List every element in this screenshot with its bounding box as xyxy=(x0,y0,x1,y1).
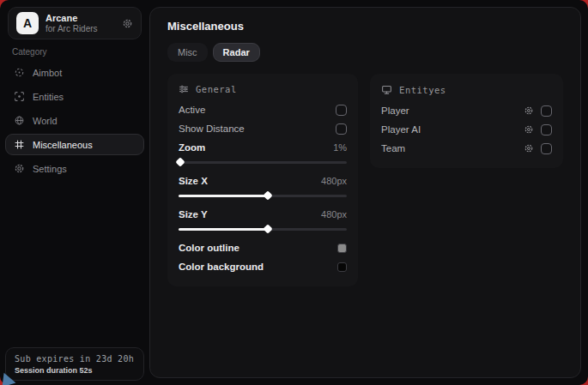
globe-icon xyxy=(14,115,25,126)
color-outline-row: Color outline xyxy=(179,238,347,257)
sliders-icon xyxy=(179,84,189,94)
sidebar-item-label: Aimbot xyxy=(33,68,62,78)
zoom-slider[interactable] xyxy=(179,161,347,164)
gear-icon[interactable] xyxy=(524,105,534,116)
sidebar-item-miscellaneous[interactable]: Miscellaneous xyxy=(5,134,144,155)
sidebar-nav: Aimbot Entities World Miscellaneous xyxy=(5,62,144,179)
entities-card-title: Entityes xyxy=(399,85,446,95)
main-panel: Miscellaneous Misc Radar General Active xyxy=(149,7,581,378)
color-background-swatch[interactable] xyxy=(337,262,347,272)
subscription-card: Sub expires in 23d 20h Session duration … xyxy=(5,347,144,381)
sidebar-item-label: World xyxy=(33,116,58,126)
player-label: Player xyxy=(381,105,409,116)
sub-expires-text: Sub expires in 23d 20h xyxy=(15,354,135,364)
app-title: Arcane xyxy=(45,13,115,24)
active-row: Active xyxy=(179,100,347,119)
active-checkbox[interactable] xyxy=(336,105,347,116)
zoom-row: Zoom 1% xyxy=(179,138,347,157)
size-y-value: 480px xyxy=(321,209,347,220)
color-outline-label: Color outline xyxy=(179,243,239,253)
sidebar-item-entities[interactable]: Entities xyxy=(5,86,144,107)
zoom-label: Zoom xyxy=(179,142,205,153)
entities-card: Entityes Player Player AI xyxy=(370,74,563,168)
sidebar-item-settings[interactable]: Settings xyxy=(5,158,144,179)
size-y-slider[interactable] xyxy=(179,228,347,231)
crosshair-icon xyxy=(14,67,25,78)
logo-card: A Arcane for Arc Riders xyxy=(8,7,142,39)
zoom-slider-handle[interactable] xyxy=(175,157,185,166)
sidebar-item-world[interactable]: World xyxy=(5,110,144,131)
player-ai-checkbox[interactable] xyxy=(541,124,552,135)
color-background-label: Color background xyxy=(179,262,264,272)
color-outline-swatch[interactable] xyxy=(337,244,347,253)
size-y-label: Size Y xyxy=(179,209,208,220)
scan-eye-icon xyxy=(14,91,25,102)
size-x-value: 480px xyxy=(321,176,347,186)
size-x-slider[interactable] xyxy=(179,195,347,197)
sidebar-item-aimbot[interactable]: Aimbot xyxy=(5,62,144,83)
tab-bar: Misc Radar xyxy=(167,43,563,62)
zoom-value: 1% xyxy=(333,142,347,153)
size-x-label: Size X xyxy=(179,176,208,186)
gear-icon xyxy=(14,163,25,174)
app-subtitle: for Arc Riders xyxy=(45,24,115,34)
player-ai-row: Player AI xyxy=(381,120,552,139)
sidebar-item-label: Miscellaneous xyxy=(33,140,93,150)
grid-icon xyxy=(14,139,25,150)
page-title: Miscellaneous xyxy=(167,20,563,33)
session-duration-text: Session duration 52s xyxy=(15,366,135,375)
player-ai-label: Player AI xyxy=(381,124,421,135)
show-distance-row: Show Distance xyxy=(179,119,347,138)
app-window: A Arcane for Arc Riders Category Aimbot xyxy=(0,0,588,385)
team-label: Team xyxy=(381,143,405,153)
team-row: Team xyxy=(381,139,552,158)
size-x-slider-handle[interactable] xyxy=(263,190,272,200)
player-checkbox[interactable] xyxy=(541,105,552,117)
size-y-row: Size Y 480px xyxy=(179,205,347,224)
gear-icon[interactable] xyxy=(122,18,133,29)
show-distance-checkbox[interactable] xyxy=(336,123,347,135)
size-x-row: Size X 480px xyxy=(179,171,347,190)
general-card: General Active Show Distance Zoom 1% xyxy=(167,74,358,286)
gear-icon[interactable] xyxy=(524,143,534,153)
sidebar: A Arcane for Arc Riders Category Aimbot xyxy=(0,0,149,385)
app-logo: A xyxy=(16,12,39,34)
player-row: Player xyxy=(381,101,552,120)
general-card-title: General xyxy=(196,84,237,94)
tab-radar[interactable]: Radar xyxy=(213,43,260,62)
size-y-slider-handle[interactable] xyxy=(263,224,272,233)
color-background-row: Color background xyxy=(179,257,347,276)
show-distance-label: Show Distance xyxy=(179,123,245,134)
monitor-icon xyxy=(381,84,392,95)
sidebar-item-label: Entities xyxy=(33,92,64,102)
sidebar-item-label: Settings xyxy=(33,164,67,174)
team-checkbox[interactable] xyxy=(541,143,552,154)
gear-icon[interactable] xyxy=(524,124,534,135)
active-label: Active xyxy=(179,105,205,115)
tab-misc[interactable]: Misc xyxy=(167,43,208,62)
category-label: Category xyxy=(12,47,47,57)
